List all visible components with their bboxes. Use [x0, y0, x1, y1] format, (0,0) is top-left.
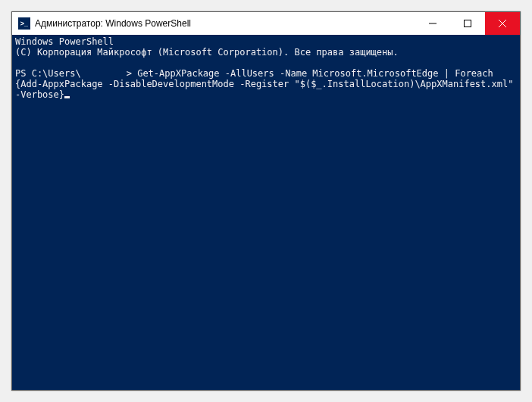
terminal-header-line2: (C) Корпорация Майкрософт (Microsoft Cor… [15, 47, 517, 58]
powershell-icon-glyph: >_ [20, 20, 28, 27]
terminal-cursor [64, 96, 70, 98]
prompt-prefix: PS C:\Users\ [15, 68, 81, 79]
terminal-area[interactable]: Windows PowerShell (C) Корпорация Майкро… [12, 35, 520, 390]
maximize-button[interactable] [450, 12, 485, 35]
close-button[interactable] [485, 12, 520, 35]
titlebar[interactable]: >_ Администратор: Windows PowerShell [12, 12, 520, 35]
svg-rect-1 [465, 20, 471, 27]
maximize-icon [464, 20, 471, 27]
terminal-header-line1: Windows PowerShell [15, 36, 517, 47]
terminal-blank-line [15, 58, 517, 68]
window-title: Администратор: Windows PowerShell [35, 18, 415, 29]
window-controls [415, 12, 520, 35]
powershell-icon: >_ [18, 17, 30, 30]
close-icon [499, 20, 506, 27]
minimize-button[interactable] [415, 12, 450, 35]
minimize-icon [429, 20, 437, 27]
terminal-command-line: PS C:\Users\> Get-AppXPackage -AllUsers … [15, 68, 517, 100]
prompt-suffix: > [127, 68, 137, 79]
powershell-window: >_ Администратор: Windows PowerShell [11, 11, 521, 391]
redacted-username [81, 70, 127, 78]
